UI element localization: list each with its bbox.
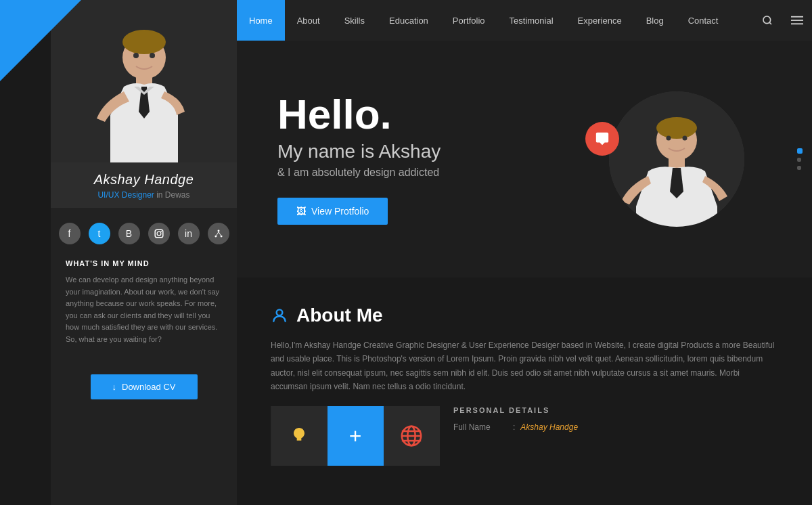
role-title: UI/UX Designer xyxy=(97,190,154,200)
other-social-icon[interactable] xyxy=(208,223,229,244)
lightbulb-icon xyxy=(288,425,310,447)
nav-contact[interactable]: Contact xyxy=(676,0,731,41)
nav-skills[interactable]: Skills xyxy=(332,0,377,41)
portfolio-btn-label: View Protfolio xyxy=(311,206,369,217)
person-icon xyxy=(271,307,288,324)
personal-details: PERSONAL DETAILS Full Name : Akshay Hand… xyxy=(440,406,778,466)
profile-avatar xyxy=(90,14,198,162)
chat-bubble[interactable] xyxy=(585,122,619,156)
dot-3[interactable] xyxy=(797,166,801,170)
image-icon: 🖼 xyxy=(296,206,306,217)
svg-line-15 xyxy=(769,22,771,24)
linkedin-icon[interactable]: in xyxy=(178,223,200,244)
main-content: Home About Skills Education Portfolio Te… xyxy=(237,0,812,505)
behance-icon[interactable]: B xyxy=(118,223,140,244)
sidebar: Akshay Handge UI/UX Designer in Dewas f … xyxy=(51,0,237,505)
pd-fullname-value: Akshay Handge xyxy=(520,422,578,432)
instagram-icon[interactable] xyxy=(148,223,170,244)
svg-point-21 xyxy=(656,117,697,139)
dot-navigation xyxy=(797,148,803,170)
nav-portfolio[interactable]: Portfolio xyxy=(441,0,497,41)
nav-blog[interactable]: Blog xyxy=(634,0,676,41)
about-bottom-row: + PERSONAL DETAILS Full Name xyxy=(271,406,778,466)
hero-profile-image xyxy=(609,91,744,227)
globe-icon xyxy=(400,424,423,447)
mind-text: We can develop and design anything beyon… xyxy=(66,274,222,346)
dot-2[interactable] xyxy=(797,158,801,162)
svg-point-4 xyxy=(133,53,139,58)
pd-colon: : xyxy=(513,422,515,432)
svg-point-10 xyxy=(215,236,217,238)
download-icon: ↓ xyxy=(112,382,117,392)
about-description: Hello,I'm Akshay Handge Creative Graphic… xyxy=(271,338,778,394)
mind-section: WHAT'S IN MY MIND We can develop and des… xyxy=(51,244,237,354)
hero-text: Hello. My name is Akshay & I am absolute… xyxy=(277,93,441,225)
twitter-icon[interactable]: t xyxy=(89,223,110,244)
about-title-row: About Me xyxy=(271,305,778,326)
download-cv-button[interactable]: ↓ Download CV xyxy=(91,374,198,399)
nav-home[interactable]: Home xyxy=(237,0,285,41)
plus-icon: + xyxy=(349,425,362,447)
hero-hello: Hello. xyxy=(277,93,441,135)
svg-point-7 xyxy=(157,232,161,236)
social-links: f t B in xyxy=(59,223,229,244)
dot-1[interactable] xyxy=(797,148,803,154)
menu-icon[interactable] xyxy=(782,0,812,41)
svg-point-25 xyxy=(277,309,283,315)
cv-button-label: Download CV xyxy=(122,382,176,392)
bulb-icon-box[interactable] xyxy=(271,406,328,466)
svg-rect-6 xyxy=(155,229,163,238)
mind-title: WHAT'S IN MY MIND xyxy=(66,259,222,267)
plus-icon-box[interactable]: + xyxy=(328,406,384,466)
svg-point-11 xyxy=(220,236,222,238)
view-portfolio-button[interactable]: 🖼 View Protfolio xyxy=(277,198,388,225)
pd-fullname-label: Full Name xyxy=(453,422,508,432)
personal-details-title: PERSONAL DETAILS xyxy=(453,406,765,414)
about-icon-boxes: + xyxy=(271,406,440,466)
svg-point-5 xyxy=(150,53,155,58)
nav-education[interactable]: Education xyxy=(377,0,441,41)
svg-point-23 xyxy=(667,136,671,141)
nav-testimonial[interactable]: Testimonial xyxy=(497,0,566,41)
svg-line-12 xyxy=(216,232,218,236)
about-section: T ME About Me Hello,I'm Akshay Handge Cr… xyxy=(237,278,812,479)
nav-experience[interactable]: Experience xyxy=(566,0,634,41)
hero-tagline: & I am absolutely design addicted xyxy=(277,167,441,179)
search-icon[interactable] xyxy=(752,0,782,41)
svg-point-8 xyxy=(160,231,162,232)
svg-line-13 xyxy=(219,232,221,236)
hero-name: My name is Akshay xyxy=(277,141,441,162)
svg-point-14 xyxy=(763,16,771,24)
svg-point-2 xyxy=(122,30,166,54)
pd-fullname-row: Full Name : Akshay Handge xyxy=(453,422,765,432)
about-title: About Me xyxy=(296,305,383,326)
profile-name: Akshay Handge xyxy=(51,172,237,188)
role-location: in Dewas xyxy=(156,190,189,200)
profile-role: UI/UX Designer in Dewas xyxy=(51,190,237,200)
hero-section: Hello. My name is Akshay & I am absolute… xyxy=(237,41,812,278)
profile-photo-area xyxy=(51,0,237,162)
svg-point-9 xyxy=(217,229,219,232)
svg-point-24 xyxy=(683,136,687,141)
nav-about[interactable]: About xyxy=(285,0,332,41)
navbar: Home About Skills Education Portfolio Te… xyxy=(237,0,812,41)
facebook-icon[interactable]: f xyxy=(59,223,81,244)
globe-icon-box[interactable] xyxy=(384,406,440,466)
sidebar-name-area: Akshay Handge UI/UX Designer in Dewas xyxy=(51,162,237,208)
